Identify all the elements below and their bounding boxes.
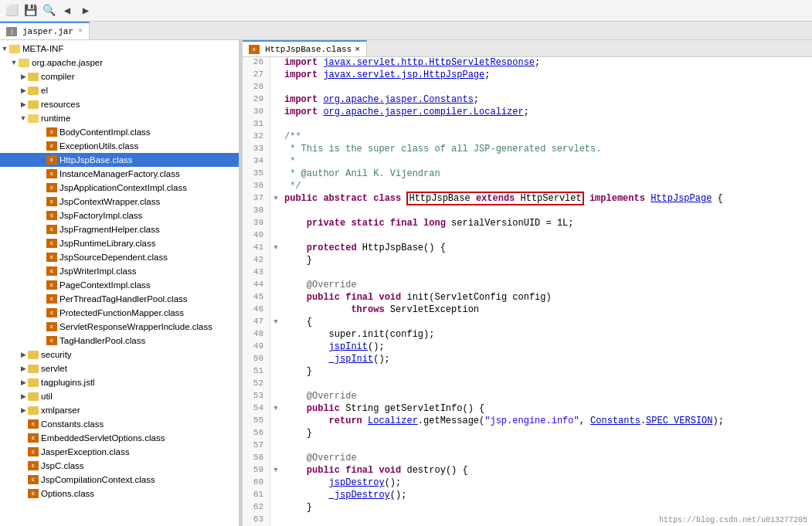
tree-expand-arrow[interactable]: ▶ — [19, 406, 28, 414]
class-file-icon: c — [46, 322, 57, 331]
line-collapse-arrow[interactable]: ▼ — [270, 193, 281, 205]
tree-item-JspC[interactable]: cJspC.class — [0, 459, 239, 473]
tree-item-label: Options.class — [41, 489, 94, 498]
tree-expand-arrow[interactable]: ▼ — [0, 45, 9, 53]
line-collapse-arrow — [270, 181, 281, 193]
class-file-icon: c — [46, 280, 57, 290]
line-collapse-arrow — [270, 156, 281, 168]
line-collapse-arrow — [270, 82, 281, 94]
line-collapse-arrow[interactable]: ▼ — [270, 403, 281, 416]
tree-item-InstanceManagerFactory[interactable]: cInstanceManagerFactory.class — [0, 167, 239, 181]
jar-tab[interactable]: j jasper.jar × — [0, 22, 90, 39]
line-number: 27 — [243, 70, 270, 82]
tree-item-EmbeddedServletOptions[interactable]: cEmbeddedServletOptions.class — [0, 431, 239, 445]
folder-open-icon — [28, 114, 39, 123]
code-line: 31 — [243, 119, 812, 131]
tree-item-ProtectedFunctionMapper[interactable]: cProtectedFunctionMapper.class — [0, 306, 239, 320]
toolbar-btn-forward[interactable]: ▶ — [77, 2, 94, 19]
line-collapse-arrow — [270, 57, 281, 70]
tree-item-JspCompilationContext[interactable]: cJspCompilationContext.class — [0, 473, 239, 487]
code-line: 58 @Override — [243, 453, 812, 465]
line-collapse-arrow — [270, 329, 281, 341]
tree-item-BodyContentImpl[interactable]: cBodyContentImpl.class — [0, 125, 239, 139]
tree-expand-arrow[interactable]: ▶ — [19, 73, 28, 80]
tree-item-JspSourceDependent[interactable]: cJspSourceDependent.class — [0, 250, 239, 264]
line-collapse-arrow[interactable]: ▼ — [270, 317, 281, 329]
class-file-icon: c — [46, 155, 57, 165]
tree-expand-arrow[interactable]: ▶ — [19, 87, 28, 94]
class-file-icon: c — [46, 211, 57, 220]
line-content: } — [281, 366, 812, 378]
line-content — [281, 205, 812, 218]
tree-item-compiler[interactable]: ▶compiler — [0, 70, 239, 83]
tree-item-JspWriterImpl[interactable]: cJspWriterImpl.class — [0, 264, 239, 278]
class-file-icon: c — [46, 127, 57, 137]
code-line: 46 throws ServletException — [243, 304, 812, 317]
line-number: 34 — [243, 156, 270, 168]
jar-tab-bar: j jasper.jar × — [0, 22, 812, 40]
tree-item-label: JspSourceDependent.class — [59, 253, 168, 262]
toolbar-btn-save[interactable]: 💾 — [22, 2, 39, 19]
tree-item-TagHandlerPool[interactable]: cTagHandlerPool.class — [0, 334, 239, 348]
code-line: 53 @Override — [243, 391, 812, 403]
tree-expand-arrow[interactable]: ▶ — [19, 100, 28, 108]
tree-item-meta-inf[interactable]: ▼META-INF — [0, 42, 239, 56]
line-collapse-arrow — [270, 267, 281, 280]
line-content — [281, 82, 812, 94]
tree-item-util[interactable]: ▶util — [0, 389, 239, 403]
tree-item-PerThreadTagHandlerPool[interactable]: cPerThreadTagHandlerPool.class — [0, 292, 239, 306]
tree-item-JspRuntimeLibrary[interactable]: cJspRuntimeLibrary.class — [0, 236, 239, 250]
code-line: 42 } — [243, 255, 812, 267]
code-line: 33 * This is the super class of all JSP-… — [243, 144, 812, 156]
code-line: 29import org.apache.jasper.Constants; — [243, 94, 812, 107]
tree-expand-arrow[interactable]: ▶ — [19, 351, 28, 358]
tree-item-xmlparser[interactable]: ▶xmlparser — [0, 403, 239, 417]
tree-expand-arrow[interactable]: ▼ — [19, 114, 28, 122]
line-content: * @author Anil K. Vijendran — [281, 168, 812, 181]
code-line: 41▼ protected HttpJspBase() { — [243, 243, 812, 255]
toolbar-btn-back[interactable]: ◀ — [59, 2, 76, 19]
tree-item-ExceptionUtils[interactable]: cExceptionUtils.class — [0, 139, 239, 153]
toolbar-btn-new[interactable]: ⬜ — [3, 2, 20, 19]
tree-item-Constants[interactable]: cConstants.class — [0, 417, 239, 431]
editor-tab-httpjspbase[interactable]: c HttpJspBase.class × — [243, 40, 367, 56]
tree-item-label: JspFragmentHelper.class — [59, 225, 160, 234]
tree-item-el[interactable]: ▶el — [0, 83, 239, 97]
code-line: 54▼ public String getServletInfo() { — [243, 403, 812, 416]
tree-item-JspApplicationContextImpl[interactable]: cJspApplicationContextImpl.class — [0, 181, 239, 195]
line-collapse-arrow[interactable]: ▼ — [270, 243, 281, 255]
tree-item-servlet[interactable]: ▶servlet — [0, 361, 239, 375]
tree-expand-arrow[interactable]: ▶ — [19, 365, 28, 372]
code-area[interactable]: 26import javax.servlet.http.HttpServletR… — [243, 57, 812, 526]
tree-item-JspContextWrapper[interactable]: cJspContextWrapper.class — [0, 195, 239, 209]
toolbar-btn-search[interactable]: 🔍 — [40, 2, 57, 19]
tree-expand-arrow[interactable]: ▶ — [19, 378, 28, 386]
tree-expand-arrow[interactable]: ▶ — [19, 392, 28, 400]
tree-item-resources[interactable]: ▶resources — [0, 97, 239, 111]
tree-item-label: InstanceManagerFactory.class — [59, 169, 180, 178]
tree-item-JspFragmentHelper[interactable]: cJspFragmentHelper.class — [0, 222, 239, 236]
class-file-icon: c — [46, 336, 57, 345]
code-line: 34 * — [243, 156, 812, 168]
line-number: 50 — [243, 354, 270, 366]
tree-item-JspFactoryImpl[interactable]: cJspFactoryImpl.class — [0, 209, 239, 222]
jar-tab-close[interactable]: × — [78, 27, 83, 36]
tree-item-tagplugins-jstl[interactable]: ▶tagplugins.jstl — [0, 375, 239, 389]
line-number: 38 — [243, 205, 270, 218]
tree-expand-arrow[interactable]: ▼ — [9, 59, 19, 66]
code-editor-panel: c HttpJspBase.class × 26import javax.ser… — [243, 40, 812, 526]
tree-item-PageContextImpl[interactable]: cPageContextImpl.class — [0, 278, 239, 292]
tree-item-label: JspContextWrapper.class — [59, 197, 160, 206]
tree-item-security[interactable]: ▶security — [0, 348, 239, 361]
line-collapse-arrow — [270, 490, 281, 502]
line-collapse-arrow[interactable]: ▼ — [270, 465, 281, 477]
tree-item-runtime[interactable]: ▼runtime — [0, 111, 239, 125]
tree-item-JasperException[interactable]: cJasperException.class — [0, 445, 239, 459]
tree-item-org-apache-jasper[interactable]: ▼org.apache.jasper — [0, 56, 239, 70]
tree-item-HttpJspBase[interactable]: cHttpJspBase.class — [0, 153, 239, 167]
line-number: 28 — [243, 82, 270, 94]
class-file-icon: c — [28, 447, 39, 456]
editor-tab-close[interactable]: × — [355, 45, 360, 54]
tree-item-ServletResponseWrapperInclude[interactable]: cServletResponseWrapperInclude.class — [0, 320, 239, 334]
tree-item-Options[interactable]: cOptions.class — [0, 487, 239, 501]
